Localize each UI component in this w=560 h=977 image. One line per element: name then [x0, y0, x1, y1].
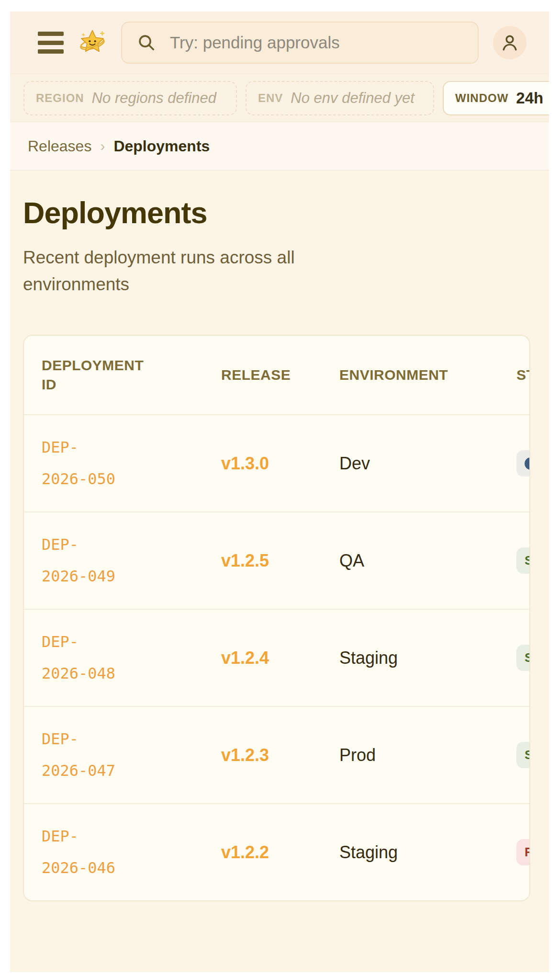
release-value: v1.2.3: [221, 745, 339, 765]
filter-bar: REGION No regions defined ENV No env def…: [10, 74, 549, 122]
star-logo-icon[interactable]: [78, 28, 107, 57]
deployment-id-link[interactable]: DEP-2026-047: [42, 724, 119, 786]
environment-value: Prod: [339, 745, 516, 765]
deployment-id-link[interactable]: DEP-2026-048: [42, 626, 119, 689]
search-bar: [121, 22, 479, 64]
status-badge: Success: [516, 645, 530, 671]
deployments-table: DEPLOYMENT ID RELEASE ENVIRONMENT STATUS…: [24, 336, 530, 900]
status-label: Success: [525, 650, 530, 665]
top-bar: [10, 11, 549, 74]
table-row[interactable]: DEP-2026-050 v1.3.0 Dev In progress: [24, 414, 530, 511]
release-value: v1.3.0: [221, 454, 339, 474]
table-header-row: DEPLOYMENT ID RELEASE ENVIRONMENT STATUS: [24, 336, 530, 414]
window-filter-label: WINDOW: [455, 91, 508, 105]
release-value: v1.2.5: [221, 551, 339, 571]
deployment-id-link[interactable]: DEP-2026-049: [42, 529, 119, 592]
menu-icon[interactable]: [38, 32, 64, 54]
page-title: Deployments: [23, 195, 549, 230]
environment-value: Dev: [339, 454, 516, 474]
column-header-environment: ENVIRONMENT: [339, 367, 516, 383]
breadcrumb-separator-icon: ›: [100, 138, 105, 154]
region-filter-value: No regions defined: [92, 90, 216, 107]
window-filter-value: 24h: [516, 89, 543, 107]
table-row[interactable]: DEP-2026-046 v1.2.2 Staging Failed: [24, 803, 530, 900]
release-value: v1.2.4: [221, 648, 339, 668]
search-icon: [136, 33, 157, 53]
breadcrumb: Releases › Deployments: [10, 122, 549, 170]
breadcrumb-link-releases[interactable]: Releases: [28, 137, 91, 155]
column-header-status: STATUS: [516, 367, 530, 383]
table-row[interactable]: DEP-2026-047 v1.2.3 Prod Success: [24, 706, 530, 803]
environment-value: Staging: [339, 648, 516, 668]
deployments-table-card[interactable]: DEPLOYMENT ID RELEASE ENVIRONMENT STATUS…: [23, 335, 530, 901]
progress-dot-icon: [525, 457, 530, 470]
region-filter-label: REGION: [36, 91, 84, 105]
env-filter-value: No env defined yet: [291, 90, 414, 107]
breadcrumb-current-deployments: Deployments: [113, 137, 210, 155]
release-value: v1.2.2: [221, 842, 339, 863]
env-filter-chip[interactable]: ENV No env defined yet: [246, 81, 434, 115]
status-badge: Success: [516, 547, 530, 574]
status-badge: Success: [516, 742, 530, 768]
user-icon: [499, 32, 520, 53]
search-input[interactable]: [169, 33, 463, 53]
column-header-deployment-id: DEPLOYMENT ID: [42, 356, 152, 395]
main-content: Deployments Recent deployment runs acros…: [10, 170, 549, 901]
status-badge: Failed: [516, 839, 530, 865]
table-row[interactable]: DEP-2026-049 v1.2.5 QA Success: [24, 511, 530, 609]
environment-value: Staging: [339, 842, 516, 863]
environment-value: QA: [339, 551, 516, 571]
deployment-id-link[interactable]: DEP-2026-046: [42, 821, 119, 884]
window-filter-dropdown[interactable]: WINDOW 24h: [443, 81, 549, 115]
table-row[interactable]: DEP-2026-048 v1.2.4 Staging Success: [24, 609, 530, 706]
region-filter-chip[interactable]: REGION No regions defined: [23, 81, 237, 115]
status-badge: In progress: [516, 450, 530, 477]
app-screen: REGION No regions defined ENV No env def…: [10, 11, 549, 972]
status-label: Success: [525, 748, 530, 762]
env-filter-label: ENV: [258, 91, 283, 105]
column-header-release: RELEASE: [221, 367, 339, 383]
avatar-button[interactable]: [493, 26, 526, 59]
page-subtitle: Recent deployment runs across all enviro…: [23, 244, 353, 297]
deployment-id-link[interactable]: DEP-2026-050: [42, 432, 119, 495]
status-label: Failed: [525, 845, 530, 860]
status-label: Success: [525, 553, 530, 568]
